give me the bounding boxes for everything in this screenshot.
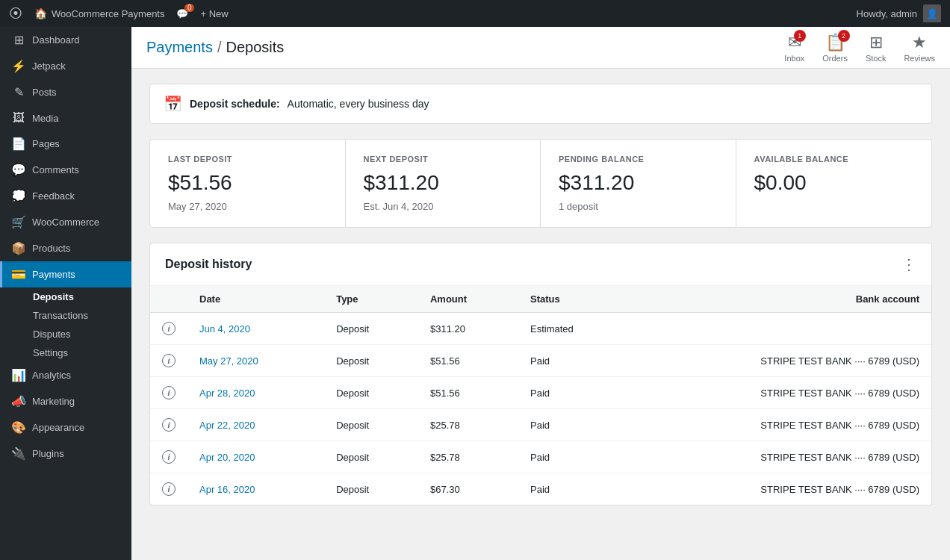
sidebar-item-pages[interactable]: 📄 Pages <box>0 131 131 157</box>
row-type: Deposit <box>324 377 418 409</box>
site-name: WooCommerce Payments <box>52 8 164 19</box>
card-next-deposit-value: $311.20 <box>364 171 523 195</box>
row-info-icon[interactable]: i <box>150 441 187 473</box>
sidebar-label-payments: Payments <box>32 269 75 280</box>
plugins-icon: 🔌 <box>11 447 26 461</box>
inbox-badge: 1 <box>794 30 806 42</box>
breadcrumb-current: Deposits <box>226 39 285 56</box>
deposit-history: Deposit history ⋮ Date Type Amount Statu… <box>149 243 932 505</box>
breadcrumb-payments-link[interactable]: Payments <box>146 39 213 56</box>
deposit-schedule-label: Deposit schedule: <box>190 98 280 110</box>
row-date: Jun 4, 2020 <box>187 313 324 345</box>
row-type: Deposit <box>324 345 418 377</box>
row-amount: $311.20 <box>418 313 518 345</box>
breadcrumb: Payments / Deposits <box>146 39 284 56</box>
date-link[interactable]: May 27, 2020 <box>199 355 258 367</box>
col-status: Status <box>518 286 629 313</box>
admin-bar-comments[interactable]: 💬 0 <box>176 8 188 19</box>
row-info-icon[interactable]: i <box>150 313 187 345</box>
header-action-orders[interactable]: 📋 2 Orders <box>822 33 848 63</box>
sidebar-item-woocommerce[interactable]: 🛒 WooCommerce <box>0 209 131 235</box>
row-amount: $25.78 <box>418 409 518 441</box>
analytics-icon: 📊 <box>11 368 26 382</box>
admin-bar-new[interactable]: + New <box>200 8 228 19</box>
main-content: 📅 Deposit schedule: Automatic, every bus… <box>131 69 950 560</box>
row-info-icon[interactable]: i <box>150 409 187 441</box>
reviews-icon: ★ <box>912 33 927 52</box>
row-status: Estimated <box>518 313 629 345</box>
sidebar-item-dashboard[interactable]: ⊞ Dashboard <box>0 27 131 53</box>
submenu-deposits[interactable]: Deposits <box>27 287 131 306</box>
card-next-deposit-sub: Est. Jun 4, 2020 <box>364 201 523 212</box>
info-circle-icon[interactable]: i <box>162 450 176 464</box>
info-circle-icon[interactable]: i <box>162 386 176 399</box>
sidebar-label-media: Media <box>32 113 58 124</box>
row-date: Apr 16, 2020 <box>187 473 324 505</box>
row-amount: $67.30 <box>418 473 518 505</box>
card-last-deposit-value: $51.56 <box>168 171 327 195</box>
user-avatar[interactable]: 👤 <box>923 4 941 22</box>
card-pending-balance-sub: 1 deposit <box>559 201 718 212</box>
row-type: Deposit <box>324 313 418 345</box>
wp-logo-icon[interactable]: ⦿ <box>9 6 22 22</box>
sidebar-item-media[interactable]: 🖼 Media <box>0 105 131 131</box>
stock-icon: ⊞ <box>869 33 883 52</box>
submenu-disputes[interactable]: Disputes <box>27 325 131 343</box>
info-circle-icon[interactable]: i <box>162 482 176 496</box>
card-next-deposit-label: NEXT DEPOSIT <box>364 155 523 164</box>
sidebar-label-comments: Comments <box>32 164 79 175</box>
row-bank-account: STRIPE TEST BANK ···· 6789 (USD) <box>630 473 931 505</box>
info-circle-icon[interactable]: i <box>162 322 176 335</box>
header-action-stock[interactable]: ⊞ Stock <box>866 33 887 63</box>
more-options-icon[interactable]: ⋮ <box>901 255 916 273</box>
orders-label: Orders <box>822 54 848 63</box>
date-link[interactable]: Apr 28, 2020 <box>199 388 255 399</box>
sidebar-item-posts[interactable]: ✎ Posts <box>0 79 131 105</box>
info-circle-icon[interactable]: i <box>162 354 176 367</box>
sidebar-item-appearance[interactable]: 🎨 Appearance <box>0 414 131 441</box>
info-circle-icon[interactable]: i <box>162 418 176 432</box>
row-info-icon[interactable]: i <box>150 473 187 505</box>
products-icon: 📦 <box>11 241 26 255</box>
sidebar-item-products[interactable]: 📦 Products <box>0 235 131 261</box>
sidebar: ⊞ Dashboard ⚡ Jetpack ✎ Posts 🖼 Media 📄 … <box>0 27 131 560</box>
sidebar-item-jetpack[interactable]: ⚡ Jetpack <box>0 53 131 79</box>
sidebar-item-comments[interactable]: 💬 Comments <box>0 157 131 183</box>
row-info-icon[interactable]: i <box>150 345 187 377</box>
row-status: Paid <box>518 377 629 409</box>
row-bank-account: STRIPE TEST BANK ···· 6789 (USD) <box>630 377 931 409</box>
admin-bar-right: Howdy, admin 👤 <box>857 4 941 22</box>
feedback-icon: 💭 <box>11 189 26 203</box>
card-available-balance: AVAILABLE BALANCE $0.00 <box>736 140 932 227</box>
inbox-icon: ✉ 1 <box>788 33 801 52</box>
header-action-reviews[interactable]: ★ Reviews <box>904 33 935 63</box>
sidebar-item-feedback[interactable]: 💭 Feedback <box>0 183 131 209</box>
table-row: i Apr 28, 2020 Deposit $51.56 Paid STRIP… <box>150 377 931 409</box>
date-link[interactable]: Apr 20, 2020 <box>199 452 255 463</box>
submenu-settings[interactable]: Settings <box>27 343 131 362</box>
submenu-transactions[interactable]: Transactions <box>27 306 131 325</box>
deposits-table: Date Type Amount Status Bank account i J… <box>150 286 931 505</box>
date-link[interactable]: Jun 4, 2020 <box>199 323 250 335</box>
row-type: Deposit <box>324 441 418 473</box>
admin-bar-site[interactable]: 🏠 WooCommerce Payments <box>34 7 164 19</box>
sidebar-item-plugins[interactable]: 🔌 Plugins <box>0 441 131 467</box>
header-action-inbox[interactable]: ✉ 1 Inbox <box>784 33 804 63</box>
table-row: i Jun 4, 2020 Deposit $311.20 Estimated <box>150 313 931 345</box>
row-info-icon[interactable]: i <box>150 377 187 409</box>
posts-icon: ✎ <box>11 85 26 99</box>
table-row: i Apr 16, 2020 Deposit $67.30 Paid STRIP… <box>150 473 931 505</box>
col-date: Date <box>187 286 324 313</box>
media-icon: 🖼 <box>11 111 26 125</box>
sidebar-item-payments[interactable]: 💳 Payments <box>0 261 131 287</box>
sidebar-item-marketing[interactable]: 📣 Marketing <box>0 388 131 414</box>
sidebar-label-dashboard: Dashboard <box>32 34 80 46</box>
sidebar-label-marketing: Marketing <box>32 396 75 407</box>
date-link[interactable]: Apr 22, 2020 <box>199 420 255 431</box>
sidebar-item-analytics[interactable]: 📊 Analytics <box>0 362 131 388</box>
payments-submenu: Deposits Transactions Disputes Settings <box>0 287 131 362</box>
admin-bar: ⦿ 🏠 WooCommerce Payments 💬 0 + New Howdy… <box>0 0 950 27</box>
user-label: Howdy, admin <box>857 8 917 19</box>
date-link[interactable]: Apr 16, 2020 <box>199 484 255 495</box>
card-available-balance-value: $0.00 <box>754 171 914 195</box>
